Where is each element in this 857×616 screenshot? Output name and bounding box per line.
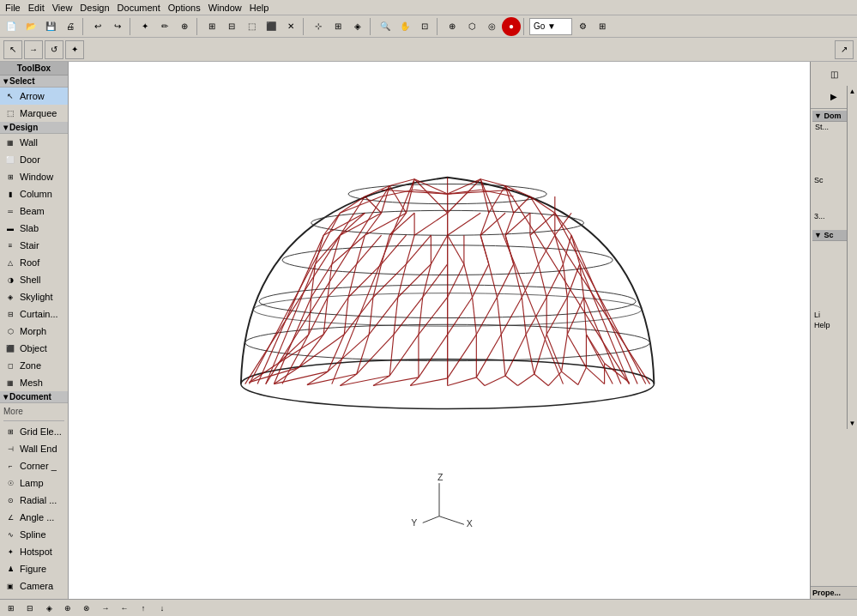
bottom-btn5[interactable]: ⊗ (79, 601, 94, 616)
bottom-btn7[interactable]: ← (117, 601, 132, 616)
sep5 (370, 18, 373, 35)
zoom-btn[interactable]: 🔍 (376, 17, 395, 36)
menu-options[interactable]: Options (165, 3, 204, 13)
document-section-header[interactable]: ▾ Document (0, 391, 68, 403)
tool-object[interactable]: ⬛ Object (0, 340, 68, 357)
group-btn[interactable]: ⊞ (202, 17, 221, 36)
snap-btn[interactable]: ⊹ (309, 17, 328, 36)
tool-beam[interactable]: ═ Beam (0, 202, 68, 220)
open-btn[interactable]: 📂 (21, 17, 40, 36)
redo-btn[interactable]: ↪ (108, 17, 127, 36)
tool-camera[interactable]: ▣ Camera (0, 577, 68, 595)
tool-marquee[interactable]: ⬚ Marquee (0, 105, 68, 122)
select-section-label: Select (9, 76, 34, 86)
settings-btn[interactable]: ⚙ (573, 17, 592, 36)
tool-roof[interactable]: △ Roof (0, 254, 68, 271)
menu-edit[interactable]: Edit (25, 3, 48, 13)
menu-design[interactable]: Design (76, 3, 112, 13)
viewport-canvas[interactable]: Z X Y (69, 62, 810, 599)
magic-btn[interactable]: ✦ (136, 17, 154, 36)
tool-stair[interactable]: ≡ Stair (0, 237, 68, 254)
close-btn[interactable]: ✕ (281, 17, 300, 36)
rotate-select-btn[interactable]: ↺ (45, 40, 63, 59)
tool-morph[interactable]: ⬡ Morph (0, 323, 68, 340)
save-btn[interactable]: 💾 (41, 17, 60, 36)
tool-skylight[interactable]: ◈ Skylight (0, 288, 68, 305)
wall-icon: ▦ (3, 136, 17, 149)
fit-btn[interactable]: ⊡ (415, 17, 434, 36)
tool-door[interactable]: ⬜ Door (0, 151, 68, 168)
tool-lamp[interactable]: ☉ Lamp (0, 474, 68, 492)
y-axis-label: Y (411, 517, 417, 528)
right-scrollbar[interactable]: ▲ ▼ (847, 86, 857, 429)
special-select-btn[interactable]: ✦ (65, 40, 84, 59)
view-dropdown[interactable]: Go ▼ (529, 18, 572, 35)
tool-shell[interactable]: ◑ Shell (0, 271, 68, 288)
tool-spline[interactable]: ∿ Spline (0, 526, 68, 543)
menu-file[interactable]: File (2, 3, 24, 13)
select-section-header[interactable]: ▾ Select (0, 75, 68, 88)
tool-angle[interactable]: ∠ Angle ... (0, 509, 68, 526)
roof-icon: △ (3, 256, 17, 269)
menu-document[interactable]: Document (114, 3, 164, 13)
deselect-btn[interactable]: ⬛ (262, 17, 281, 36)
pencil-btn[interactable]: ✏ (155, 17, 174, 36)
tool-slab[interactable]: ▬ Slab (0, 220, 68, 237)
bottom-btn8[interactable]: ↑ (136, 601, 151, 616)
3d-btn[interactable]: ⊕ (443, 17, 462, 36)
new-btn[interactable]: 📄 (2, 17, 21, 36)
tool-marquee-label: Marquee (20, 108, 57, 118)
select-all-btn[interactable]: ⬚ (242, 17, 261, 36)
bottom-btn9[interactable]: ↓ (154, 601, 170, 616)
more-button[interactable]: More (0, 403, 68, 419)
bottom-btn2[interactable]: ⊟ (22, 601, 38, 616)
tool-wall[interactable]: ▦ Wall (0, 134, 68, 151)
layout-btn[interactable]: ⊞ (593, 17, 612, 36)
tool-radial[interactable]: ⊙ Radial ... (0, 492, 68, 509)
grid-btn[interactable]: ⊞ (329, 17, 347, 36)
tool-grid-ele[interactable]: ⊞ Grid Ele... (0, 423, 68, 440)
ungroup-btn[interactable]: ⊟ (222, 17, 241, 36)
tool-corner[interactable]: ⌐ Corner _ (0, 457, 68, 474)
tool-column[interactable]: ▮ Column (0, 185, 68, 202)
design-section-header[interactable]: ▾ Design (0, 122, 68, 134)
chain-select-btn[interactable]: → (24, 40, 43, 59)
scroll-up-btn[interactable]: ▲ (849, 88, 856, 95)
menu-view[interactable]: View (49, 3, 76, 13)
arrow-select-btn[interactable]: ↖ (3, 40, 22, 59)
help-arrow-btn[interactable]: ↗ (835, 40, 854, 59)
more-label: More (3, 407, 23, 416)
sep1 (82, 18, 86, 35)
tool-hotspot[interactable]: ✦ Hotspot (0, 543, 68, 560)
render-btn[interactable]: ● (502, 17, 521, 36)
scroll-down-btn[interactable]: ▼ (849, 420, 856, 427)
tool-zone[interactable]: ◻ Zone (0, 357, 68, 374)
wall-end-icon: ⊣ (3, 442, 17, 456)
move-btn[interactable]: ⊕ (175, 17, 194, 36)
orient-btn[interactable]: ◈ (348, 17, 367, 36)
bottom-btn3[interactable]: ◈ (41, 601, 57, 616)
figure-icon: ♟ (3, 562, 17, 576)
pan-btn[interactable]: ✋ (395, 17, 414, 36)
tool-window[interactable]: ⊞ Window (0, 168, 68, 185)
undo-btn[interactable]: ↩ (88, 17, 107, 36)
tool-curtain-label: Curtain... (20, 309, 58, 319)
tool-arrow[interactable]: ↖ Arrow (0, 88, 68, 105)
main-toolbar: 📄 📂 💾 🖨 ↩ ↪ ✦ ✏ ⊕ ⊞ ⊟ ⬚ ⬛ ✕ ⊹ ⊞ ◈ 🔍 ✋ ⊡ … (0, 15, 857, 38)
print-btn[interactable]: 🖨 (61, 17, 80, 36)
tool-mesh-label: Mesh (20, 377, 43, 388)
tool-wall-end[interactable]: ⊣ Wall End (0, 440, 68, 457)
bottom-btn1[interactable]: ⊞ (3, 601, 19, 616)
tool-mesh[interactable]: ▦ Mesh (0, 374, 68, 391)
view1-btn[interactable]: ⬡ (462, 17, 481, 36)
menu-window[interactable]: Window (205, 3, 245, 13)
bottom-btn4[interactable]: ⊕ (60, 601, 75, 616)
right-panel-btn2[interactable]: ▶ (824, 86, 844, 106)
view2-btn[interactable]: ◎ (482, 17, 501, 36)
bottom-btn6[interactable]: → (98, 601, 113, 616)
tool-camera-label: Camera (20, 581, 53, 591)
right-panel-btn1[interactable]: ◫ (824, 63, 844, 84)
tool-curtain[interactable]: ⊟ Curtain... (0, 305, 68, 323)
tool-figure[interactable]: ♟ Figure (0, 560, 68, 577)
menu-help[interactable]: Help (246, 3, 273, 13)
